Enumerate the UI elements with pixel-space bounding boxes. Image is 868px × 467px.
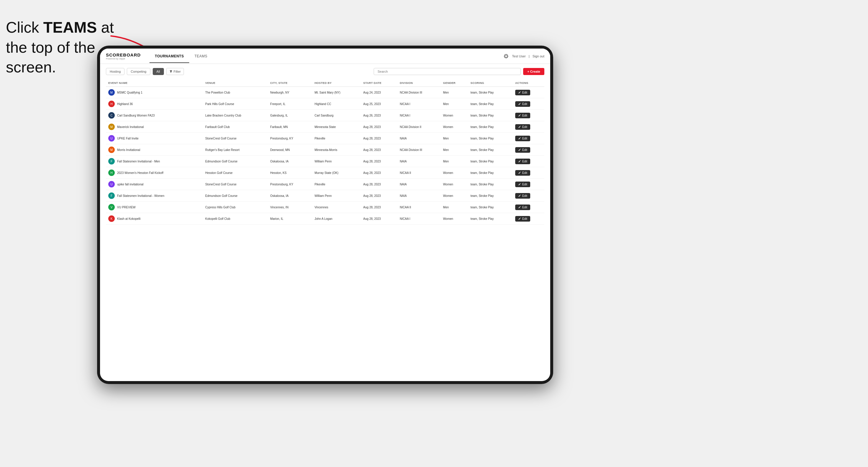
cell-event-name-8: U upike fall invitational [106, 179, 203, 190]
cell-city-state-0: Newburgh, NY [268, 87, 312, 98]
tab-tournaments[interactable]: TOURNAMENTS [150, 50, 189, 63]
cell-gender-2: Women [441, 110, 468, 121]
tablet-frame: SCOREBOARD Powered by clippit TOURNAMENT… [97, 45, 553, 384]
cell-actions-8: Edit [513, 179, 544, 190]
cell-start-date-2: Aug 26, 2023 [361, 110, 398, 121]
col-actions: ACTIONS [513, 79, 544, 87]
cell-event-name-5: M Morris Invitational [106, 144, 203, 156]
edit-button-2[interactable]: Edit [515, 113, 530, 118]
cell-actions-10: Edit [513, 201, 544, 213]
event-name-0: MSMC Qualifying 1 [117, 91, 143, 94]
edit-button-10[interactable]: Edit [515, 205, 530, 210]
cell-gender-9: Women [441, 190, 468, 201]
all-filter-button[interactable]: All [153, 68, 164, 75]
edit-button-6[interactable]: Edit [515, 159, 530, 164]
table-body: M MSMC Qualifying 1 The Powelton Club Ne… [106, 87, 544, 224]
team-icon-8: U [108, 181, 115, 187]
cell-actions-7: Edit [513, 167, 544, 179]
cell-scoring-7: team, Stroke Play [468, 167, 513, 179]
cell-event-name-3: M Maverick Invitational [106, 121, 203, 133]
cell-city-state-1: Freeport, IL [268, 98, 312, 110]
cell-scoring-6: team, Stroke Play [468, 156, 513, 167]
cell-event-name-0: M MSMC Qualifying 1 [106, 87, 203, 98]
cell-gender-10: Men [441, 201, 468, 213]
table-header-row: EVENT NAME VENUE CITY, STATE HOSTED BY S… [106, 79, 544, 87]
cell-division-7: NICAA II [398, 167, 441, 179]
team-icon-6: F [108, 158, 115, 164]
logo-subtitle: Powered by clippit [106, 57, 141, 60]
filter-button[interactable]: Filter [166, 68, 184, 75]
cell-start-date-9: Aug 28, 2023 [361, 190, 398, 201]
event-name-6: Fall Statesmen Invitational - Men [117, 160, 160, 163]
cell-division-10: NICAA II [398, 201, 441, 213]
edit-icon-5 [518, 148, 521, 151]
cell-gender-6: Men [441, 156, 468, 167]
search-input[interactable] [374, 68, 521, 75]
edit-button-8[interactable]: Edit [515, 182, 530, 187]
edit-button-9[interactable]: Edit [515, 193, 530, 199]
cell-city-state-9: Oskaloosa, IA [268, 190, 312, 201]
cell-gender-11: Women [441, 213, 468, 224]
filter-icon [169, 70, 173, 73]
table-row: H 2023 Women's Hesston Fall Kickoff Hess… [106, 167, 544, 179]
cell-event-name-2: C Carl Sandburg Women FA23 [106, 110, 203, 121]
cell-gender-5: Men [441, 144, 468, 156]
edit-icon-9 [518, 194, 521, 197]
cell-actions-11: Edit [513, 213, 544, 224]
cell-event-name-4: U UPKE Fall Invite [106, 133, 203, 144]
cell-hosted-by-8: Pikeville [312, 179, 361, 190]
edit-icon-6 [518, 160, 521, 163]
cell-gender-1: Men [441, 98, 468, 110]
team-icon-11: K [108, 215, 115, 222]
col-venue: VENUE [203, 79, 268, 87]
tab-teams[interactable]: TEAMS [189, 50, 213, 63]
cell-division-9: NAIA [398, 190, 441, 201]
cell-scoring-4: team, Stroke Play [468, 133, 513, 144]
team-icon-7: H [108, 169, 115, 176]
cell-actions-4: Edit [513, 133, 544, 144]
table-row: M MSMC Qualifying 1 The Powelton Club Ne… [106, 87, 544, 98]
edit-button-3[interactable]: Edit [515, 124, 530, 130]
cell-division-1: NICAA I [398, 98, 441, 110]
create-button[interactable]: + Create [523, 68, 544, 75]
cell-venue-3: Faribault Golf Club [203, 121, 268, 133]
cell-start-date-7: Aug 28, 2023 [361, 167, 398, 179]
table-row: U upike fall invitational StoneCrest Gol… [106, 179, 544, 190]
cell-venue-10: Cypress Hills Golf Club [203, 201, 268, 213]
cell-hosted-by-11: John A Logan [312, 213, 361, 224]
table-row: K Klash at Kokopelli Kokopelli Golf Club… [106, 213, 544, 224]
competing-filter-button[interactable]: Competing [127, 68, 150, 75]
edit-button-4[interactable]: Edit [515, 136, 530, 141]
cell-division-5: NCAA Division III [398, 144, 441, 156]
event-name-2: Carl Sandburg Women FA23 [117, 114, 155, 117]
edit-button-5[interactable]: Edit [515, 147, 530, 153]
cell-actions-0: Edit [513, 87, 544, 98]
cell-city-state-11: Marion, IL [268, 213, 312, 224]
edit-button-1[interactable]: Edit [515, 101, 530, 107]
cell-actions-1: Edit [513, 98, 544, 110]
edit-button-11[interactable]: Edit [515, 216, 530, 222]
cell-venue-7: Hesston Golf Course [203, 167, 268, 179]
cell-gender-0: Men [441, 87, 468, 98]
event-name-11: Klash at Kokopelli [117, 217, 141, 220]
edit-button-0[interactable]: Edit [515, 90, 530, 95]
team-icon-1: H [108, 101, 115, 107]
cell-hosted-by-0: Mt. Saint Mary (NY) [312, 87, 361, 98]
cell-actions-9: Edit [513, 190, 544, 201]
cell-start-date-0: Aug 24, 2023 [361, 87, 398, 98]
cell-city-state-10: Vincennes, IN [268, 201, 312, 213]
event-name-3: Maverick Invitational [117, 125, 144, 129]
cell-hosted-by-5: Minnesota-Morris [312, 144, 361, 156]
settings-icon[interactable] [503, 53, 509, 59]
team-icon-4: U [108, 135, 115, 142]
edit-icon-4 [518, 137, 521, 140]
cell-scoring-5: team, Stroke Play [468, 144, 513, 156]
hosting-filter-button[interactable]: Hosting [106, 68, 124, 75]
sign-out-link[interactable]: Sign out [533, 55, 544, 58]
edit-button-7[interactable]: Edit [515, 170, 530, 176]
cell-actions-3: Edit [513, 121, 544, 133]
col-event-name: EVENT NAME [106, 79, 203, 87]
cell-start-date-4: Aug 28, 2023 [361, 133, 398, 144]
cell-gender-7: Women [441, 167, 468, 179]
cell-scoring-11: team, Stroke Play [468, 213, 513, 224]
